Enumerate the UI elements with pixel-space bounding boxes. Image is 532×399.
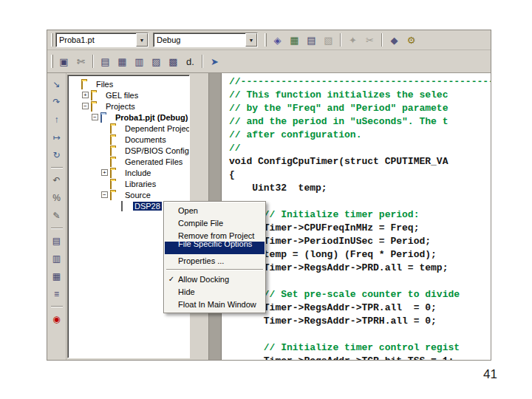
code-line: // Initialize timer period: xyxy=(229,208,491,222)
tree-item-gel-files[interactable]: +GEL files xyxy=(68,89,189,100)
folder-icon xyxy=(110,146,120,154)
tree-item-label: Proba1.pjt (Debug) xyxy=(114,113,189,122)
code-line: // This function initializes the selec xyxy=(229,89,491,102)
menu-item-float-in-main-window[interactable]: Float In Main Window xyxy=(165,298,265,310)
configuration-combo-value: Debug xyxy=(154,35,245,44)
code-line: temp = (long) (Freq * Period); xyxy=(229,248,491,262)
watch-window-icon[interactable]: ▦ xyxy=(287,33,302,48)
toolbar-grip[interactable] xyxy=(51,33,53,47)
toolbar-separator xyxy=(340,33,341,47)
menu-item-allow-docking[interactable]: ✓Allow Docking xyxy=(165,273,265,285)
step-into-icon[interactable]: ↘ xyxy=(50,77,64,92)
code-line: { xyxy=(229,168,491,182)
toolbar-separator xyxy=(51,228,63,229)
main-area: ↘↷↑↦↻↶%✎▤▥▦≡◉ Files+GEL files−Projects−P… xyxy=(47,73,491,360)
folder-open-icon xyxy=(81,80,92,88)
expand-plus-icon[interactable]: + xyxy=(82,92,89,98)
memory-window-icon[interactable]: ▤ xyxy=(50,233,64,248)
toolbar-grip[interactable] xyxy=(265,33,267,47)
toolbar-separator xyxy=(381,33,383,47)
collapse-minus-icon[interactable]: − xyxy=(92,114,98,120)
layers-icon[interactable]: ◈ xyxy=(270,33,285,48)
top-icon-group: ◈▦▤▧✦✂◆⚙ xyxy=(269,33,420,48)
mixed-mode-icon[interactable]: ▨ xyxy=(149,54,164,69)
clipboard-icon[interactable]: ▤ xyxy=(98,54,113,69)
tree-item-label: Documents xyxy=(123,135,168,144)
run-to-cursor-icon[interactable]: ↦ xyxy=(50,130,64,145)
menu-item-hide[interactable]: Hide xyxy=(165,285,265,298)
profile-icon[interactable]: % xyxy=(50,191,64,205)
toolbar-separator xyxy=(202,55,203,68)
tree-item-files[interactable]: Files xyxy=(68,78,189,89)
menu-item-file-specific-options[interactable]: File Specific Options ... xyxy=(165,242,265,254)
code-line: Timer->RegsAddr->PRD.all = temp; xyxy=(229,262,491,275)
code-line: // by the "Freq" and "Period" paramete xyxy=(229,102,491,115)
step-over-icon[interactable]: ↷ xyxy=(50,95,64,109)
tree-item-label: Include xyxy=(123,168,152,177)
record-icon[interactable]: ◉ xyxy=(50,312,64,327)
source-view-icon[interactable]: ▣ xyxy=(56,54,72,69)
menu-item-compile-file[interactable]: Compile File xyxy=(165,216,265,229)
tree-item-label: Files xyxy=(95,80,115,89)
probe-point-icon[interactable]: ◆ xyxy=(386,33,402,48)
code-line xyxy=(229,328,491,341)
copy-icon[interactable]: ▥ xyxy=(132,54,147,69)
code-line: // xyxy=(229,142,491,155)
tree-item-include[interactable]: +Include xyxy=(68,167,189,178)
probe-wand-icon[interactable]: ➤ xyxy=(207,54,222,69)
chevron-down-icon[interactable]: ▼ xyxy=(245,33,257,47)
menu-item-label: Allow Docking xyxy=(178,275,229,284)
folder-icon xyxy=(91,102,101,110)
tree-item-label: DSP/BIOS Config xyxy=(123,146,190,155)
configuration-combo[interactable]: Debug ▼ xyxy=(153,33,258,47)
edit-breakpoint-icon[interactable]: ✎ xyxy=(50,208,64,223)
expand-plus-icon[interactable]: + xyxy=(101,169,108,176)
tree-item-generated-files[interactable]: Generated Files xyxy=(68,156,189,167)
menu-item-label: Properties ... xyxy=(178,256,224,265)
code-line: Timer->PeriodInUSec = Period; xyxy=(229,235,491,248)
cut-icon[interactable]: ✂ xyxy=(362,33,378,48)
print-icon[interactable]: ▦ xyxy=(115,54,130,69)
tree-item-dependent-project[interactable]: Dependent Project xyxy=(68,123,189,134)
menu-item-label: File Specific Options ... xyxy=(178,239,260,257)
disassembly-icon[interactable]: ≡ xyxy=(50,287,64,301)
restart-icon[interactable]: ↶ xyxy=(50,173,64,188)
stack-window-icon[interactable]: ▦ xyxy=(50,269,64,284)
folder-icon xyxy=(110,191,120,199)
tree-item-dsp-bios-config[interactable]: DSP/BIOS Config xyxy=(68,145,189,156)
chevron-down-icon[interactable]: ▼ xyxy=(136,33,148,47)
menu-separator xyxy=(166,269,263,270)
left-toolbar: ↘↷↑↦↻↶%✎▤▥▦≡◉ xyxy=(47,73,66,360)
menu-item-label: Open xyxy=(178,206,198,215)
tree-item-proba1-pjt-debug[interactable]: −Proba1.pjt (Debug) xyxy=(68,112,189,123)
folder-icon xyxy=(91,91,101,99)
file-icon xyxy=(120,202,130,210)
build-tools-icon[interactable]: ⚙ xyxy=(403,33,419,48)
graph-window-icon[interactable]: ▧ xyxy=(321,33,336,48)
tree-item-documents[interactable]: Documents xyxy=(68,134,189,145)
tree-item-source[interactable]: −Source xyxy=(68,189,189,200)
menu-item-open[interactable]: Open xyxy=(165,204,265,216)
memory-grid-icon[interactable]: ▩ xyxy=(166,54,181,69)
tree-item-projects[interactable]: −Projects xyxy=(68,100,189,112)
menu-item-label: Compile File xyxy=(178,219,223,228)
app-window: Proba1.pt ▼ Debug ▼ ◈▦▤▧✦✂◆⚙ ▣✄▤▦▥▨▩d.➤ … xyxy=(47,30,491,361)
toolbar-top: Proba1.pt ▼ Debug ▼ ◈▦▤▧✦✂◆⚙ xyxy=(47,30,491,50)
tree-item-libraries[interactable]: Libraries xyxy=(68,178,189,189)
project-combo[interactable]: Proba1.pt ▼ xyxy=(55,33,149,47)
dsp-bios-icon[interactable]: d. xyxy=(183,54,198,69)
code-line: // and the period in "uSeconds". The t xyxy=(229,115,491,129)
folder-icon xyxy=(110,180,120,188)
collapse-minus-icon[interactable]: − xyxy=(82,103,89,109)
collapse-minus-icon[interactable]: − xyxy=(101,191,108,198)
run-free-icon[interactable]: ↻ xyxy=(50,148,64,163)
halt-hand-icon[interactable]: ✦ xyxy=(345,33,361,48)
step-out-icon[interactable]: ↑ xyxy=(50,112,64,127)
second-icon-group: ▣✄▤▦▥▨▩d.➤ xyxy=(55,54,223,69)
register-window-icon[interactable]: ▥ xyxy=(50,251,64,266)
scissors-icon[interactable]: ✄ xyxy=(73,54,89,69)
project-combo-value: Proba1.pt xyxy=(56,35,136,44)
memory-window-icon[interactable]: ▤ xyxy=(304,33,319,48)
toolbar-grip[interactable] xyxy=(51,55,53,68)
code-line: //--------------------------------------… xyxy=(229,75,491,89)
